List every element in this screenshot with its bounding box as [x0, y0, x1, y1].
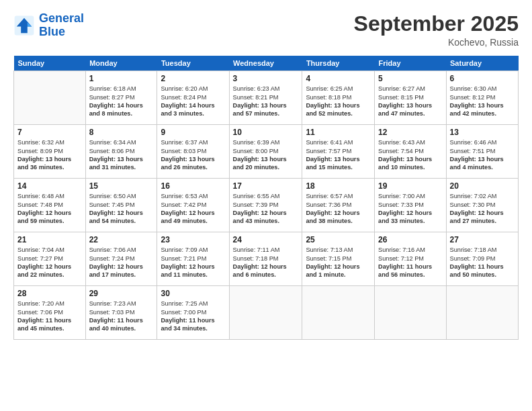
week-row-1: 1Sunrise: 6:18 AMSunset: 8:27 PMDaylight… [14, 71, 519, 125]
day-number: 15 [89, 181, 154, 191]
sunset: Sunset: 7:00 PM [161, 309, 206, 316]
sunset: Sunset: 8:00 PM [233, 148, 279, 154]
day-number: 3 [233, 74, 299, 83]
sunrise: Sunrise: 6:20 AM [161, 85, 208, 92]
calendar: Sunday Monday Tuesday Wednesday Thursday… [13, 56, 519, 340]
day-number: 20 [450, 181, 515, 191]
calendar-day: 23Sunrise: 7:09 AMSunset: 7:21 PMDayligh… [157, 232, 229, 286]
week-row-3: 14Sunrise: 6:48 AMSunset: 7:48 PMDayligh… [14, 179, 519, 232]
daylight-hours: Daylight: 13 hours and 31 minutes. [89, 156, 143, 171]
sunset: Sunset: 7:45 PM [89, 201, 135, 208]
sunset: Sunset: 7:06 PM [17, 309, 63, 316]
calendar-day [375, 286, 447, 340]
daylight-hours: Daylight: 11 hours and 56 minutes. [378, 263, 432, 278]
logo-line2: Blue [39, 25, 65, 38]
day-number: 22 [89, 235, 154, 244]
daylight-hours: Daylight: 13 hours and 42 minutes. [450, 102, 504, 117]
calendar-day: 16Sunrise: 6:53 AMSunset: 7:42 PMDayligh… [157, 179, 229, 232]
daylight-hours: Daylight: 12 hours and 17 minutes. [89, 263, 143, 278]
calendar-day: 18Sunrise: 6:57 AMSunset: 7:36 PMDayligh… [302, 179, 375, 232]
daylight-hours: Daylight: 12 hours and 59 minutes. [17, 210, 71, 224]
sunrise: Sunrise: 7:09 AM [161, 246, 208, 253]
daylight-hours: Daylight: 11 hours and 50 minutes. [450, 263, 504, 278]
day-info: Sunrise: 7:09 AMSunset: 7:21 PMDaylight:… [161, 246, 225, 279]
sunset: Sunset: 8:03 PM [161, 148, 206, 154]
day-info: Sunrise: 7:20 AMSunset: 7:06 PMDaylight:… [17, 300, 82, 333]
day-number: 23 [161, 235, 225, 244]
day-info: Sunrise: 7:25 AMSunset: 7:00 PMDaylight:… [161, 300, 225, 333]
day-info: Sunrise: 6:50 AMSunset: 7:45 PMDaylight:… [89, 192, 154, 226]
sunrise: Sunrise: 7:00 AM [378, 193, 425, 199]
daylight-hours: Daylight: 11 hours and 45 minutes. [17, 317, 71, 332]
daylight-hours: Daylight: 14 hours and 8 minutes. [89, 102, 143, 117]
col-thursday: Thursday [302, 56, 375, 71]
daylight-hours: Daylight: 13 hours and 15 minutes. [306, 156, 359, 171]
day-number: 13 [450, 128, 515, 137]
calendar-day: 22Sunrise: 7:06 AMSunset: 7:24 PMDayligh… [85, 232, 157, 286]
week-row-4: 21Sunrise: 7:04 AMSunset: 7:27 PMDayligh… [14, 232, 519, 286]
calendar-day: 9Sunrise: 6:37 AMSunset: 8:03 PMDaylight… [157, 125, 229, 179]
day-info: Sunrise: 6:41 AMSunset: 7:57 PMDaylight:… [306, 138, 371, 172]
day-info: Sunrise: 6:32 AMSunset: 8:09 PMDaylight:… [17, 138, 82, 172]
day-number: 14 [17, 181, 82, 191]
day-info: Sunrise: 7:02 AMSunset: 7:30 PMDaylight:… [450, 192, 515, 226]
sunrise: Sunrise: 7:02 AM [450, 193, 497, 199]
logo-text: General Blue [39, 12, 84, 39]
sunset: Sunset: 8:18 PM [306, 94, 351, 101]
logo: General Blue [13, 12, 84, 39]
day-info: Sunrise: 6:27 AMSunset: 8:15 PMDaylight:… [378, 85, 443, 118]
calendar-day: 27Sunrise: 7:18 AMSunset: 7:09 PMDayligh… [446, 232, 518, 286]
day-info: Sunrise: 6:20 AMSunset: 8:24 PMDaylight:… [161, 85, 225, 118]
daylight-hours: Daylight: 13 hours and 57 minutes. [233, 102, 287, 117]
calendar-header-row: Sunday Monday Tuesday Wednesday Thursday… [14, 56, 519, 71]
sunset: Sunset: 7:15 PM [306, 255, 351, 262]
week-row-5: 28Sunrise: 7:20 AMSunset: 7:06 PMDayligh… [14, 286, 519, 340]
day-info: Sunrise: 7:16 AMSunset: 7:12 PMDaylight:… [378, 246, 443, 279]
calendar-day: 19Sunrise: 7:00 AMSunset: 7:33 PMDayligh… [375, 179, 447, 232]
day-info: Sunrise: 6:39 AMSunset: 8:00 PMDaylight:… [233, 138, 299, 172]
calendar-day: 10Sunrise: 6:39 AMSunset: 8:00 PMDayligh… [229, 125, 302, 179]
sunrise: Sunrise: 6:41 AM [306, 139, 353, 146]
day-info: Sunrise: 6:34 AMSunset: 8:06 PMDaylight:… [89, 138, 154, 172]
sunset: Sunset: 7:03 PM [89, 309, 135, 316]
sunset: Sunset: 8:09 PM [17, 148, 63, 154]
calendar-day: 26Sunrise: 7:16 AMSunset: 7:12 PMDayligh… [375, 232, 447, 286]
sunset: Sunset: 7:36 PM [306, 201, 351, 208]
daylight-hours: Daylight: 12 hours and 6 minutes. [233, 263, 287, 278]
daylight-hours: Daylight: 13 hours and 36 minutes. [17, 156, 71, 171]
day-number: 28 [17, 289, 82, 298]
calendar-day: 28Sunrise: 7:20 AMSunset: 7:06 PMDayligh… [14, 286, 86, 340]
day-number: 8 [89, 128, 154, 137]
sunset: Sunset: 8:15 PM [378, 94, 424, 101]
title-block: September 2025 Kochevo, Russia [354, 12, 519, 48]
day-number: 10 [233, 128, 299, 137]
daylight-hours: Daylight: 12 hours and 22 minutes. [17, 263, 71, 278]
sunrise: Sunrise: 6:43 AM [378, 139, 425, 146]
location: Kochevo, Russia [354, 37, 519, 48]
calendar-day: 29Sunrise: 7:23 AMSunset: 7:03 PMDayligh… [85, 286, 157, 340]
day-info: Sunrise: 7:06 AMSunset: 7:24 PMDaylight:… [89, 246, 154, 279]
sunset: Sunset: 7:09 PM [450, 255, 496, 262]
calendar-day: 21Sunrise: 7:04 AMSunset: 7:27 PMDayligh… [14, 232, 86, 286]
day-number: 17 [233, 181, 299, 191]
day-info: Sunrise: 7:23 AMSunset: 7:03 PMDaylight:… [89, 300, 154, 333]
day-info: Sunrise: 6:25 AMSunset: 8:18 PMDaylight:… [306, 85, 371, 118]
calendar-day: 4Sunrise: 6:25 AMSunset: 8:18 PMDaylight… [302, 71, 375, 125]
daylight-hours: Daylight: 13 hours and 26 minutes. [161, 156, 214, 171]
daylight-hours: Daylight: 12 hours and 43 minutes. [233, 210, 287, 224]
daylight-hours: Daylight: 11 hours and 34 minutes. [161, 317, 214, 332]
sunrise: Sunrise: 6:25 AM [306, 85, 353, 92]
calendar-day: 30Sunrise: 7:25 AMSunset: 7:00 PMDayligh… [157, 286, 229, 340]
calendar-day: 11Sunrise: 6:41 AMSunset: 7:57 PMDayligh… [302, 125, 375, 179]
day-info: Sunrise: 6:46 AMSunset: 7:51 PMDaylight:… [450, 138, 515, 172]
calendar-day: 15Sunrise: 6:50 AMSunset: 7:45 PMDayligh… [85, 179, 157, 232]
sunrise: Sunrise: 6:39 AM [233, 139, 280, 146]
col-tuesday: Tuesday [157, 56, 229, 71]
daylight-hours: Daylight: 13 hours and 10 minutes. [378, 156, 432, 171]
day-info: Sunrise: 7:04 AMSunset: 7:27 PMDaylight:… [17, 246, 82, 279]
sunrise: Sunrise: 6:30 AM [450, 85, 497, 92]
calendar-day: 5Sunrise: 6:27 AMSunset: 8:15 PMDaylight… [375, 71, 447, 125]
sunset: Sunset: 8:06 PM [89, 148, 135, 154]
logo-line1: General [39, 11, 84, 25]
sunset: Sunset: 7:18 PM [233, 255, 279, 262]
